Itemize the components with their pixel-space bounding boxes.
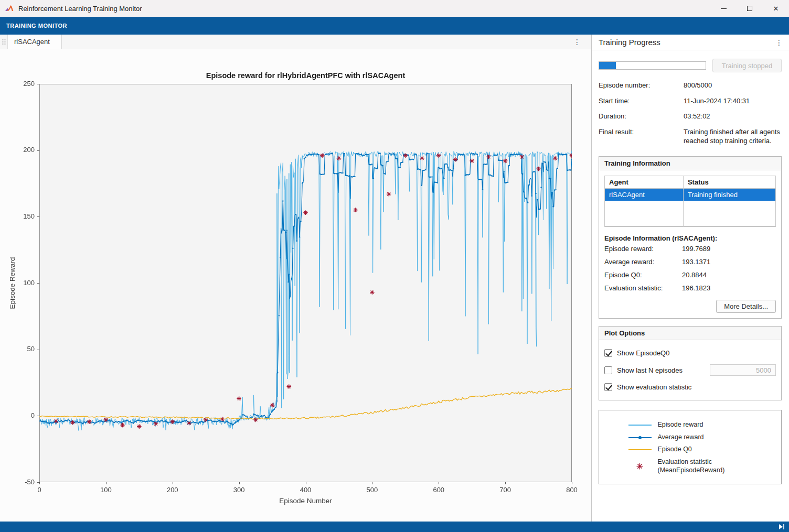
table-empty-area bbox=[605, 201, 776, 227]
document-kebab-menu-icon[interactable]: ⋮ bbox=[573, 35, 581, 49]
panel-kebab-menu-icon[interactable]: ⋮ bbox=[775, 38, 783, 47]
evaluation-statistic-value: 196.1823 bbox=[682, 284, 776, 292]
agents-table-header: Agent Status bbox=[605, 176, 776, 188]
close-icon: ✕ bbox=[773, 5, 779, 12]
episode-reward-line-icon bbox=[628, 422, 652, 428]
episode-number-value: 800/5000 bbox=[684, 81, 782, 90]
window-title: Reinforcement Learning Training Monitor bbox=[18, 5, 142, 13]
episode-q0-row: Episode Q0: 20.8844 bbox=[604, 268, 776, 281]
legend-episode-reward: Episode reward bbox=[628, 419, 752, 431]
legend-average-reward: Average reward bbox=[628, 431, 752, 444]
episode-q0-value: 20.8844 bbox=[682, 271, 776, 279]
progress-fill bbox=[599, 62, 616, 69]
episode-reward-value: 199.7689 bbox=[682, 245, 776, 253]
average-reward-value: 193.1371 bbox=[682, 258, 776, 266]
show-evaluation-statistic-checkbox[interactable] bbox=[604, 383, 612, 391]
evaluation-statistic-row: Evaluation statistic: 196.1823 bbox=[604, 281, 776, 295]
matlab-logo-icon bbox=[5, 4, 14, 13]
legend-episode-q0: Episode Q0 bbox=[628, 443, 752, 456]
show-episodeq0-checkbox[interactable] bbox=[604, 349, 612, 357]
training-summary: Episode number: 800/5000 Start time: 11-… bbox=[599, 78, 782, 149]
panel-title: Training Progress bbox=[599, 38, 660, 47]
info-row-final-result: Final result: Training finished after al… bbox=[599, 124, 782, 149]
minimize-button[interactable] bbox=[710, 0, 737, 17]
training-information-title: Training Information bbox=[599, 157, 781, 170]
training-progress-bar bbox=[599, 61, 706, 70]
show-last-n-episodes-checkbox[interactable] bbox=[604, 366, 612, 374]
last-n-episodes-input[interactable] bbox=[710, 364, 776, 376]
training-progress-panel: Training Progress ⋮ Training stopped Epi… bbox=[591, 35, 789, 522]
episode-reward-row: Episode reward: 199.7689 bbox=[604, 242, 776, 255]
ribbon-tab-training-monitor[interactable]: TRAINING MONITOR bbox=[0, 23, 67, 29]
maximize-button[interactable] bbox=[737, 0, 763, 17]
plot-options-title: Plot Options bbox=[599, 327, 781, 340]
document-pane: rlSACAgent ⋮ bbox=[0, 35, 591, 522]
legend-evaluation-label: Evaluation statistic (MeanEpisodeReward) bbox=[658, 458, 725, 474]
drag-grip-icon[interactable] bbox=[0, 35, 7, 49]
final-result-value: Training finished after all agents reach… bbox=[684, 127, 782, 146]
episode-q0-line-icon bbox=[628, 447, 652, 453]
info-row-start-time: Start time: 11-Jun-2024 17:40:31 bbox=[599, 93, 782, 109]
app-window: Reinforcement Learning Training Monitor … bbox=[0, 0, 789, 532]
option-show-episodeq0: Show EpisodeQ0 bbox=[604, 345, 776, 361]
chart-pane bbox=[0, 49, 591, 522]
legend-evaluation-statistic: Evaluation statistic (MeanEpisodeReward) bbox=[628, 456, 752, 476]
duration-value: 03:52:02 bbox=[684, 112, 782, 121]
ribbon-bar: TRAINING MONITOR bbox=[0, 17, 789, 35]
more-details-button[interactable]: More Details... bbox=[716, 300, 776, 313]
maximize-icon bbox=[747, 6, 752, 11]
option-show-last-n-episodes: Show last N episodes bbox=[604, 361, 776, 379]
skip-to-end-icon[interactable] bbox=[779, 524, 785, 529]
training-plot bbox=[0, 49, 591, 522]
tab-label: rlSACAgent bbox=[14, 38, 50, 46]
start-time-value: 11-Jun-2024 17:40:31 bbox=[684, 96, 782, 106]
status-cell: Training finished bbox=[683, 188, 775, 201]
episode-information-title: Episode Information (rlSACAgent): bbox=[604, 234, 776, 242]
average-reward-line-icon bbox=[628, 435, 652, 441]
tab-rlsacagent[interactable]: rlSACAgent bbox=[7, 35, 62, 49]
close-button[interactable]: ✕ bbox=[763, 0, 789, 17]
evaluation-statistic-asterisk-icon bbox=[628, 463, 652, 470]
plot-legend: Episode reward Average reward Episode Q0 bbox=[599, 410, 782, 484]
average-reward-row: Average reward: 193.1371 bbox=[604, 255, 776, 268]
info-row-episode-number: Episode number: 800/5000 bbox=[599, 78, 782, 93]
tab-strip: rlSACAgent ⋮ bbox=[0, 35, 591, 49]
agents-table: Agent Status rlSACAgent Training finishe… bbox=[604, 176, 776, 227]
agent-cell: rlSACAgent bbox=[605, 188, 684, 201]
title-bar: Reinforcement Learning Training Monitor … bbox=[0, 0, 789, 17]
plot-options-section: Plot Options Show EpisodeQ0 Show last N … bbox=[599, 326, 782, 400]
training-stopped-button[interactable]: Training stopped bbox=[712, 59, 782, 72]
minimize-icon bbox=[721, 8, 727, 9]
table-row-rlsacagent[interactable]: rlSACAgent Training finished bbox=[605, 188, 776, 201]
training-information-section: Training Information Agent Status rlSACA… bbox=[599, 156, 782, 319]
status-bar bbox=[0, 522, 789, 532]
option-show-evaluation-statistic: Show evaluation statistic bbox=[604, 379, 776, 395]
info-row-duration: Duration: 03:52:02 bbox=[599, 108, 782, 124]
